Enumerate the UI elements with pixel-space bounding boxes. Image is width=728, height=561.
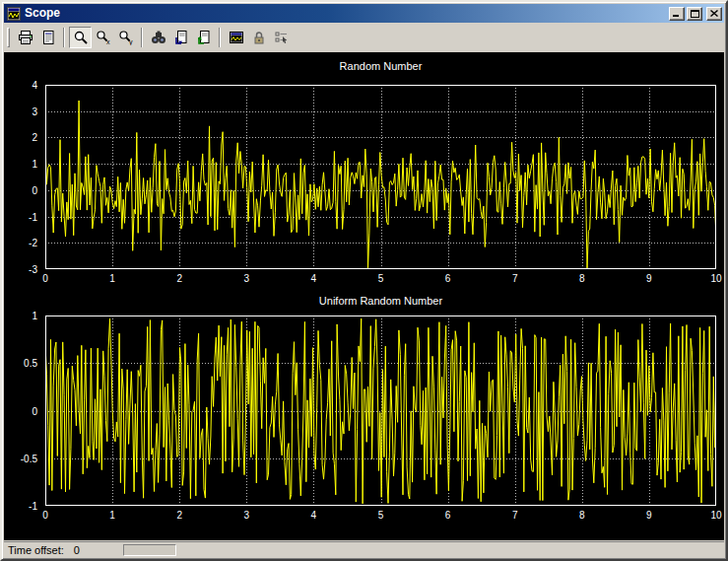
y-tick-label: 2	[32, 132, 37, 143]
y-tick-label: 3	[32, 105, 37, 116]
x-tick-label: 9	[646, 510, 652, 521]
x-tick-label: 3	[244, 273, 250, 284]
window-controls	[667, 7, 722, 21]
x-tick-label: 6	[445, 273, 451, 284]
x-tick-label: 4	[311, 510, 317, 521]
toolbar: x y	[4, 24, 724, 51]
save-axes-icon	[173, 30, 189, 45]
chart-title: Random Number	[45, 60, 716, 74]
y-tick-label: 1	[32, 159, 37, 170]
chart-title: Uniform Random Number	[45, 295, 716, 309]
plot-svg	[45, 316, 716, 506]
toolbar-separator	[141, 28, 143, 47]
toolbar-grab-handle[interactable]	[7, 28, 10, 47]
time-offset-label: Time offset:	[8, 544, 64, 556]
status-inset-panel	[123, 544, 176, 556]
x-axis-tick-labels: 012345678910	[45, 510, 716, 524]
x-tick-label: 6	[445, 510, 451, 521]
lock-axes-button[interactable]	[247, 27, 270, 48]
floating-scope-button[interactable]	[225, 27, 247, 48]
parameters-button[interactable]	[36, 27, 59, 48]
plot-area[interactable]	[45, 316, 716, 506]
parameters-icon	[40, 30, 56, 45]
y-tick-label: 0.5	[24, 358, 37, 369]
y-tick-label: 0	[32, 184, 37, 195]
x-tick-label: 7	[512, 273, 518, 284]
minimize-button[interactable]	[669, 7, 685, 21]
x-tick-label: 0	[42, 273, 48, 284]
x-tick-label: 9	[646, 273, 652, 284]
zoom-button[interactable]	[69, 27, 92, 48]
y-tick-label: -1	[29, 501, 37, 512]
zoom-icon	[73, 30, 89, 45]
autoscale-button[interactable]	[147, 27, 169, 48]
svg-text:x: x	[106, 38, 110, 45]
x-tick-label: 10	[710, 510, 721, 521]
x-axis-tick-labels: 012345678910	[45, 273, 716, 287]
chart-random-number: Random Number 43210-1-2-3 012345678910	[4, 58, 724, 292]
y-axis-tick-labels: 10.50-0.5-1	[4, 316, 41, 506]
x-tick-label: 2	[176, 510, 182, 521]
y-tick-label: -1	[29, 211, 37, 222]
maximize-button[interactable]	[687, 7, 702, 21]
restore-axes-icon	[196, 30, 212, 45]
save-axes-settings-button[interactable]	[169, 27, 192, 48]
x-tick-label: 5	[378, 510, 384, 521]
scope-app-icon	[7, 7, 21, 21]
y-tick-label: 4	[32, 80, 37, 91]
x-tick-label: 1	[109, 273, 115, 284]
x-tick-label: 0	[42, 510, 48, 521]
x-tick-label: 2	[176, 273, 182, 284]
status-bar: Time offset: 0	[4, 541, 724, 557]
y-tick-label: 0	[32, 405, 37, 416]
maximize-icon	[691, 10, 699, 18]
plot-area[interactable]	[45, 85, 716, 269]
x-tick-label: 1	[109, 510, 115, 521]
window-title: Scope	[25, 4, 667, 23]
titlebar[interactable]: Scope	[4, 4, 724, 23]
print-button[interactable]	[14, 27, 36, 48]
floating-scope-icon	[229, 30, 244, 45]
x-tick-label: 5	[378, 273, 384, 284]
zoom-y-button[interactable]: y	[114, 27, 137, 48]
signal-selection-icon	[274, 30, 290, 45]
zoom-x-button[interactable]: x	[92, 27, 114, 48]
restore-axes-settings-button[interactable]	[192, 27, 215, 48]
signal-trace	[45, 101, 716, 269]
y-tick-label: -0.5	[21, 453, 37, 463]
x-tick-label: 8	[579, 273, 585, 284]
time-offset-value: 0	[74, 544, 80, 556]
y-tick-label: -3	[29, 264, 37, 275]
minimize-icon	[673, 10, 681, 17]
lock-icon	[251, 30, 267, 45]
close-button[interactable]	[706, 7, 722, 21]
zoom-x-icon: x	[96, 30, 111, 45]
x-tick-label: 3	[244, 510, 250, 521]
svg-text:y: y	[129, 38, 133, 45]
x-tick-label: 7	[512, 510, 518, 521]
binoculars-icon	[151, 30, 166, 45]
close-icon	[710, 10, 718, 17]
x-tick-label: 8	[579, 510, 585, 521]
toolbar-separator	[63, 28, 65, 47]
y-tick-label: -2	[29, 238, 37, 248]
x-tick-label: 4	[311, 273, 317, 284]
toolbar-separator	[219, 28, 221, 47]
print-icon	[18, 30, 33, 45]
y-tick-label: 1	[32, 311, 37, 321]
x-tick-label: 10	[710, 273, 721, 284]
chart-uniform-random-number: Uniform Random Number 10.50-0.5-1 012345…	[4, 295, 724, 526]
zoom-y-icon: y	[118, 30, 134, 45]
plot-svg	[45, 85, 716, 269]
plot-canvas: Random Number 43210-1-2-3 012345678910 U…	[4, 52, 724, 540]
signal-selection-button[interactable]	[270, 27, 293, 48]
y-axis-tick-labels: 43210-1-2-3	[4, 85, 41, 269]
scope-window: Scope	[0, 0, 728, 561]
